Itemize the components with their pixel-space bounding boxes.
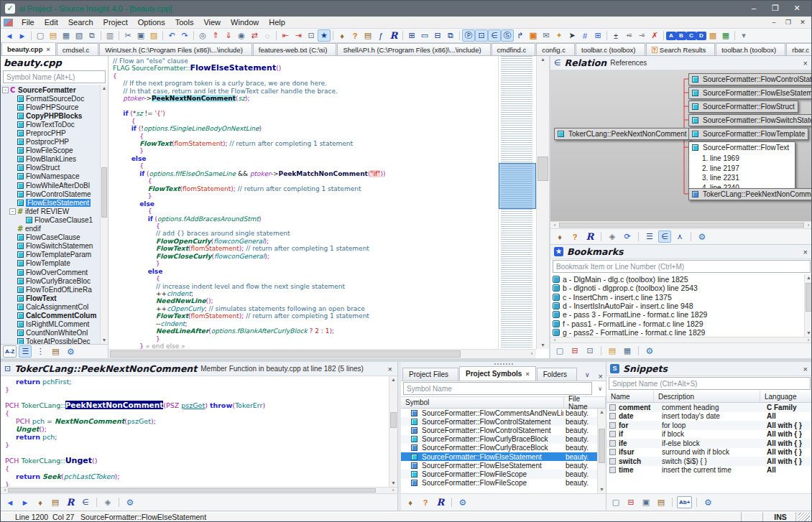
code-line[interactable]: else <box>113 200 498 208</box>
scroll-right-icon[interactable]: › <box>804 222 812 228</box>
bookmarks-footer-icon[interactable]: ⚙ <box>643 345 656 357</box>
snippets-footer-icon[interactable] <box>696 498 697 507</box>
symbol-list-item[interactable]: FlowTemplateParam <box>1 251 99 259</box>
toolbar-icon[interactable]: ▤ <box>47 29 60 42</box>
file-tab[interactable]: toolbar.h (toolbox) <box>716 43 785 55</box>
bookmarks-scrollbar[interactable]: ▲ ▼ <box>804 274 812 337</box>
file-tab[interactable]: cmdfind.c <box>492 43 536 55</box>
expander-icon[interactable] <box>9 173 16 180</box>
editor-code-area[interactable]: // Flow an "else" clauseFLAG SourceForma… <box>109 56 498 349</box>
toolbar-icon[interactable]: ♦ <box>336 29 349 42</box>
context-vertical-scrollbar[interactable]: ▲ ▼ <box>389 376 397 487</box>
snippet-filter-input[interactable] <box>609 377 811 390</box>
snippet-row[interactable]: ifif blockAll with { } <box>606 430 812 439</box>
code-line[interactable]: else <box>113 268 498 275</box>
scrollbar-thumb[interactable] <box>599 429 605 463</box>
toolbar-icon[interactable]: ⇑ <box>209 29 222 42</box>
file-tab[interactable]: ShellAPI.h (C:\Program Files (x86)\...\i… <box>337 43 490 55</box>
snippets-footer-icon[interactable]: ▣ <box>640 496 652 508</box>
relation-footer-icon[interactable]: ∈ <box>658 230 671 243</box>
menu-item[interactable]: View <box>198 17 226 27</box>
editor-minimap[interactable] <box>498 56 536 349</box>
symbol-list-item[interactable]: -#ifdef REVIEW <box>1 207 99 215</box>
toolbar-icon[interactable]: ↶ <box>165 29 178 42</box>
toolbar-icon[interactable] <box>162 31 163 40</box>
maximize-button[interactable]: ❐ <box>765 2 785 15</box>
sidebar-footer-icon[interactable]: A-Z <box>3 345 17 358</box>
relation-node[interactable]: SourceFormatter::FlowSwitchStatement <box>688 114 812 126</box>
expander-icon[interactable] <box>9 121 16 128</box>
symbol-row[interactable]: SourceFormatter::FlowElseStatementbeauty… <box>401 452 597 461</box>
toolbar-icon[interactable]: ↱ <box>514 29 527 42</box>
toolbar-icon[interactable]: ✂ <box>121 29 134 42</box>
relation-node[interactable]: TokerCLang::PeekNextNonComment <box>688 188 812 200</box>
toolbar-icon[interactable]: −≡ <box>635 29 648 42</box>
code-line[interactable]: Unget(); <box>5 425 397 433</box>
bookmark-item[interactable]: b - dlgnoti - dlgprop.c (toolbox) line 2… <box>553 284 803 292</box>
file-tab[interactable]: rbar.c (toolbox) <box>786 43 811 55</box>
code-line[interactable]: --cIndent; <box>113 320 498 327</box>
code-line[interactable]: // increase indent level and flow the ne… <box>113 283 498 290</box>
symbol-list-item[interactable]: PostprocPHP <box>1 138 99 146</box>
close-icon[interactable]: × <box>597 372 604 381</box>
toolbar-icon[interactable]: ✗ <box>648 29 661 42</box>
toolbar-icon[interactable]: ? <box>349 29 361 42</box>
file-tab[interactable]: features-web.txt (C:\si) <box>253 43 337 55</box>
project-tab[interactable]: Folders <box>537 368 577 381</box>
sidebar-scrollbar[interactable]: ▲ ▼ <box>100 85 108 344</box>
context-horizontal-scrollbar[interactable]: ‹ › <box>1 487 397 493</box>
code-line[interactable]: FlowText(flomStatement); // return after… <box>113 245 498 252</box>
code-line[interactable]: } <box>5 386 397 393</box>
expander-icon[interactable] <box>18 217 24 223</box>
column-header-name[interactable]: Name <box>606 391 654 402</box>
toolbar-icon[interactable]: ★ <box>318 29 331 42</box>
scroll-up-icon[interactable]: ▲ <box>101 85 108 92</box>
code-line[interactable]: { <box>113 223 498 230</box>
toolbar-icon[interactable] <box>333 31 333 40</box>
menu-item[interactable]: Help <box>264 17 290 27</box>
symbol-list-item[interactable]: CountNonWhiteOnl <box>1 329 99 337</box>
menu-item[interactable]: Options <box>133 17 170 27</box>
expander-icon[interactable] <box>9 304 16 310</box>
symbol-filter-input[interactable] <box>3 70 106 83</box>
code-line[interactable]: NeedNewLine(); <box>113 297 498 304</box>
sidebar-footer-icon[interactable]: ⚙ <box>64 345 77 358</box>
bookmark-item[interactable]: g - pass2 - FormatLine - format.c line 1… <box>553 328 803 337</box>
relation-footer-icon[interactable]: ☰ <box>643 230 656 243</box>
expander-icon[interactable] <box>9 312 16 319</box>
column-header-symbol[interactable]: Symbol <box>401 397 564 408</box>
context-footer-icon[interactable]: ♦ <box>34 496 47 508</box>
symbol-list-item[interactable]: FlowNamespace <box>1 172 99 181</box>
toolbar-icon[interactable]: ∈ <box>488 29 501 42</box>
expander-icon[interactable] <box>9 139 16 145</box>
menu-item[interactable]: Window <box>226 17 264 27</box>
reference-line-item[interactable]: 3. line 2231 <box>692 173 739 183</box>
scroll-left-icon[interactable]: ‹ <box>550 222 559 228</box>
symbol-list-item[interactable]: FlowBlankLines <box>1 155 99 164</box>
scrollbar-thumb[interactable] <box>806 283 812 312</box>
snippets-footer-icon[interactable]: ⚙ <box>701 496 714 508</box>
code-line[interactable]: } <box>113 147 498 154</box>
toolbar-icon[interactable]: ƒ <box>374 29 387 42</box>
toolbar-icon[interactable] <box>402 31 403 40</box>
symbol-list-item[interactable]: CalcCommentColum <box>1 311 99 320</box>
snippet-row[interactable]: ifsursurround with if blockAll with { } <box>606 448 812 457</box>
minimap-viewport[interactable] <box>499 163 536 209</box>
project-scrollbar[interactable]: ▲ ▼ <box>597 409 606 493</box>
scroll-down-icon[interactable]: ▼ <box>805 330 812 337</box>
relation-node[interactable]: SourceFormatter::FlowControlStatement <box>688 73 812 85</box>
expander-icon[interactable] <box>9 182 16 189</box>
symbol-list-item[interactable]: FormatSourceDoc <box>1 94 99 103</box>
snippet-row[interactable]: forfor loopAll with { } <box>606 421 812 430</box>
toolbar-icon[interactable]: ▭ <box>418 29 431 42</box>
mdi-restore-button[interactable]: ❐ <box>783 19 794 26</box>
expander-icon[interactable] <box>9 104 16 111</box>
code-line[interactable]: ++cOpenCurly; // simulates statements fo… <box>113 305 498 312</box>
scroll-up-icon[interactable]: ▲ <box>389 376 397 383</box>
toolbar-icon[interactable]: ◄ <box>3 29 16 42</box>
expander-icon[interactable] <box>9 269 16 276</box>
toolbar-icon[interactable] <box>193 31 194 40</box>
bookmarks-footer-icon[interactable] <box>638 346 639 355</box>
bookmarks-footer-icon[interactable]: ⊟ <box>568 345 581 357</box>
context-footer-icon[interactable]: ◈ <box>101 496 114 508</box>
